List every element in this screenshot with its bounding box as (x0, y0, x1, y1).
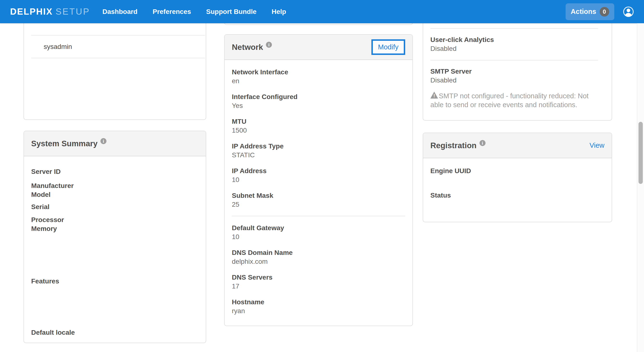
field-memory: Memory (31, 224, 198, 233)
divider (430, 60, 598, 60)
field-features: Features (31, 277, 198, 286)
field-subnet-mask: Subnet Mask 25 (232, 191, 405, 209)
registration-body: Engine UUID Status (423, 158, 612, 200)
network-card: Network i Modify Network Interface en In… (224, 34, 413, 326)
network-title: Network i (232, 43, 272, 52)
registration-title: Registration i (430, 141, 486, 150)
top-navbar: DELPHIX SETUP Dashboard Preferences Supp… (0, 0, 644, 23)
nav-item-support-bundle[interactable]: Support Bundle (206, 0, 256, 23)
system-services-card: User-click Analytics Disabled SMTP Serve… (423, 17, 612, 120)
users-card: sysadmin (24, 17, 206, 120)
field-engine-uuid: Engine UUID (430, 166, 604, 175)
field-manufacturer: Manufacturer (31, 181, 198, 190)
field-status: Status (430, 191, 604, 200)
system-summary-body: Server ID Manufacturer Model Serial Proc… (24, 156, 206, 337)
registration-card: Registration i View Engine UUID Status (423, 132, 612, 222)
system-summary-title-text: System Summary (31, 139, 98, 148)
divider (430, 28, 598, 29)
system-summary-card: System Summary i Server ID Manufacturer … (24, 131, 206, 343)
scrollbar-track[interactable] (637, 23, 644, 352)
info-icon[interactable]: i (100, 138, 106, 144)
field-mtu: MTU 1500 (232, 117, 405, 135)
network-body: Network Interface en Interface Configure… (225, 60, 412, 315)
nav-item-dashboard[interactable]: Dashboard (102, 0, 138, 23)
field-interface-configured: Interface Configured Yes (232, 92, 405, 110)
network-header: Network i Modify (225, 35, 412, 60)
system-summary-title: System Summary i (31, 139, 106, 148)
field-server-id: Server ID (31, 167, 198, 176)
field-hostname: Hostname ryan (232, 298, 405, 315)
logo-secondary: SETUP (56, 7, 90, 17)
nav-item-preferences[interactable]: Preferences (152, 0, 191, 23)
network-modify-button[interactable]: Modify (372, 39, 405, 55)
field-default-gateway: Default Gateway 10 (232, 224, 405, 241)
warning-icon (430, 92, 438, 98)
field-processor: Processor (31, 215, 198, 224)
divider (31, 58, 205, 58)
field-ip-address-type: IP Address Type STATIC (232, 142, 405, 160)
main-nav: Dashboard Preferences Support Bundle Hel… (102, 0, 286, 23)
registration-header: Registration i View (423, 133, 612, 158)
system-summary-header: System Summary i (24, 131, 206, 156)
nav-item-help[interactable]: Help (272, 0, 286, 23)
user-row-sysadmin[interactable]: sysadmin (24, 36, 206, 58)
field-dns-servers: DNS Servers 17 (232, 273, 405, 290)
registration-title-text: Registration (430, 141, 477, 150)
scrollbar-thumb[interactable] (638, 122, 643, 184)
network-title-text: Network (232, 43, 263, 52)
field-dns-domain-name: DNS Domain Name delphix.com (232, 248, 405, 266)
field-user-click-analytics: User-click Analytics Disabled (430, 35, 604, 53)
smtp-warning-text: SMTP not configured - functionality redu… (430, 92, 588, 108)
actions-count-badge: 0 (600, 7, 609, 16)
actions-button[interactable]: Actions 0 (566, 3, 614, 20)
navbar-right: Actions 0 (566, 3, 634, 20)
field-default-locale: Default locale (31, 328, 198, 337)
actions-button-label: Actions (571, 8, 596, 16)
field-ip-address: IP Address 10 (232, 166, 405, 184)
field-serial: Serial (31, 202, 198, 211)
delphix-setup-page: DELPHIX SETUP Dashboard Preferences Supp… (0, 0, 644, 352)
user-avatar-icon[interactable] (623, 6, 634, 17)
info-icon[interactable]: i (266, 42, 272, 48)
delphix-setup-logo[interactable]: DELPHIX SETUP (10, 7, 90, 17)
field-model: Model (31, 190, 198, 199)
divider (232, 216, 405, 216)
field-network-interface: Network Interface en (232, 68, 405, 85)
field-smtp-server: SMTP Server Disabled (430, 67, 604, 85)
info-icon[interactable]: i (480, 140, 486, 146)
registration-view-link[interactable]: View (590, 142, 604, 150)
smtp-warning-message: SMTP not configured - functionality redu… (430, 92, 602, 109)
logo-primary: DELPHIX (10, 7, 53, 17)
